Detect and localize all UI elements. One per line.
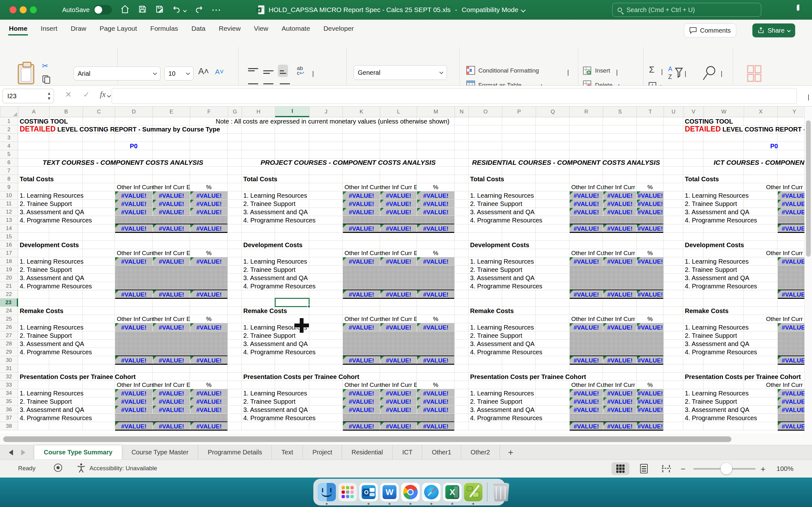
autosave-toggle[interactable] [94,5,112,14]
row-header-34[interactable]: 34 [0,389,18,397]
error-cell-value[interactable]: #VALUE! [380,356,417,364]
column-header-N[interactable]: N [455,107,468,117]
row-label[interactable]: 4. Programme Resources [243,348,316,356]
redo-icon[interactable] [194,5,203,15]
pattern-cells[interactable] [570,266,663,290]
row-label[interactable]: 2. Trainee Support [685,200,737,208]
error-cell-value[interactable]: #VALUE! [380,398,417,406]
row-header-15[interactable]: 15 [0,233,18,241]
ribbon-tab-developer[interactable]: Developer [323,23,355,36]
row-label[interactable]: 2. Trainee Support [20,266,72,274]
error-cell-value[interactable]: #VALUE! [190,291,228,298]
formula-bar-collapse-icon[interactable] [808,95,809,100]
column-header-M[interactable]: M [417,107,455,117]
error-cell-value[interactable]: #VALUE! [343,258,380,266]
row-label[interactable]: 3. Assessment and QA [20,274,84,282]
error-cell-value[interactable]: #VALUE! [603,258,637,266]
add-sheet-button[interactable]: + [500,445,521,459]
row-label[interactable]: 2. Trainee Support [470,200,522,208]
error-cell-value[interactable]: #VALUE! [570,258,603,266]
insert-chevron-icon[interactable] [617,70,617,75]
error-cell-value[interactable]: #VALUE! [603,406,637,414]
row-label[interactable]: 1. Learning Resources [470,389,534,397]
row-label[interactable]: 3. Assessment and QA [685,274,749,282]
error-cell-value[interactable]: #VALUE! [570,398,603,406]
dock-icon-trash[interactable] [492,483,510,501]
error-cell-value[interactable]: #VALUE! [190,208,228,216]
row-label[interactable]: 3. Assessment and QA [685,406,749,414]
block-title[interactable]: Remake Costs [243,307,287,315]
error-cell-value[interactable]: #VALUE! [570,406,603,414]
ribbon-tab-home[interactable]: Home [8,23,28,36]
row-label[interactable]: 4. Programme Resources [20,414,92,422]
error-cell-value[interactable]: #VALUE! [637,208,664,216]
undo-icon[interactable] [172,5,181,15]
column-header-T[interactable]: T [637,107,664,117]
minimize-window-button[interactable] [20,6,27,13]
column-header-V[interactable]: V [683,107,704,117]
block-title[interactable]: Total Costs [243,175,277,183]
row-label[interactable]: 3. Assessment and QA [685,208,749,216]
ribbon-tab-view[interactable]: View [253,23,269,36]
error-cell-value[interactable]: #VALUE! [570,356,603,364]
error-cell-value[interactable]: #VALUE! [380,200,417,208]
error-cell-value[interactable]: #VALUE! [570,208,603,216]
column-header-X[interactable]: X [744,107,777,117]
error-cell-value[interactable]: #VALUE! [343,291,380,298]
row-label[interactable]: 4. Programme Resources [470,414,542,422]
row-header-5[interactable]: 5 [0,150,18,158]
row-label[interactable]: 4. Programme Resources [243,216,316,224]
row-label[interactable]: 3. Assessment and QA [470,274,535,282]
error-cell-value[interactable]: #VALUE! [343,389,380,397]
error-cell-value[interactable]: #VALUE! [153,422,190,430]
row-label[interactable]: 4. Programme Resources [685,216,757,224]
error-cell-value[interactable]: #VALUE! [190,192,228,200]
error-cell-value[interactable]: #VALUE! [380,389,417,397]
error-cell-value[interactable]: #VALUE! [603,291,637,298]
column-header-D[interactable]: D [115,107,153,117]
error-cell-value[interactable]: #VALUE! [637,356,664,364]
insert-cells-button[interactable]: Insert [595,67,610,74]
error-cell-value[interactable]: #VALUE! [380,406,417,414]
error-cell-value[interactable]: #VALUE! [778,192,804,200]
row-header-33[interactable]: 33 [0,381,18,389]
error-cell-value[interactable]: #VALUE! [570,389,603,397]
block-title[interactable]: Development Costs [685,241,744,249]
pattern-cells[interactable] [570,216,663,224]
error-cell-value[interactable]: #VALUE! [343,398,380,406]
error-cell-value[interactable]: #VALUE! [778,258,804,266]
row-label[interactable]: 1. Learning Resources [20,257,84,266]
error-cell-value[interactable]: #VALUE! [153,208,190,216]
row-label[interactable]: 4. Programme Resources [470,282,542,290]
row-label[interactable]: 4. Programme Resources [243,414,316,422]
block-title[interactable]: Total Costs [470,175,504,183]
column-header-I[interactable]: I [275,107,309,117]
p0-label[interactable]: P0 [744,142,804,150]
row-label[interactable]: 4. Programme Resources [470,216,542,224]
row-label[interactable]: 2. Trainee Support [470,397,522,406]
ribbon-tab-automate[interactable]: Automate [281,23,311,36]
document-title[interactable]: X HOLD_CAPSSA MICRO Report Spec - Calcs … [257,5,525,14]
row-label[interactable]: 3. Assessment and QA [243,340,308,348]
column-header-J[interactable]: J [309,107,343,117]
error-cell-value[interactable]: #VALUE! [190,258,228,266]
horizontal-scrollbar-thumb[interactable] [3,436,731,442]
error-cell-value[interactable]: #VALUE! [778,291,804,298]
page-break-view-button[interactable] [657,462,675,475]
column-header-P[interactable]: P [502,107,536,117]
column-header-A[interactable]: A [18,107,49,117]
error-cell-value[interactable]: #VALUE! [380,291,417,298]
record-macro-icon[interactable] [54,464,62,472]
row-label[interactable]: 3. Assessment and QA [243,406,308,414]
row-label[interactable]: 2. Trainee Support [20,200,72,208]
error-cell-value[interactable]: #VALUE! [380,192,417,200]
dock-icon-safari[interactable] [422,483,441,501]
error-cell-value[interactable]: #VALUE! [417,200,455,208]
error-cell-value[interactable]: #VALUE! [417,225,455,233]
ribbon-tab-page-layout[interactable]: Page Layout [99,23,138,36]
error-cell-value[interactable]: #VALUE! [570,324,603,331]
costing-tool-label[interactable]: COSTING TOOL [20,117,68,125]
error-cell-value[interactable]: #VALUE! [115,406,153,414]
pattern-cells[interactable] [115,414,227,422]
column-header-R[interactable]: R [569,107,603,117]
